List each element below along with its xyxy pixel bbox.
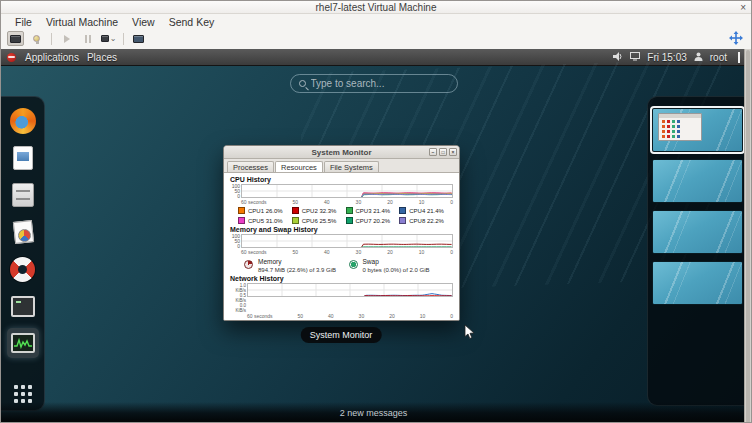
viewer-toolbar: ⌄ <box>1 30 751 49</box>
memory-y-axis: 100500 <box>230 234 241 249</box>
libreoffice-document-icon <box>13 146 33 170</box>
network-history-chart <box>247 283 453 297</box>
terminal-icon <box>11 296 35 317</box>
close-button[interactable]: × <box>449 148 457 156</box>
monitor-icon <box>10 35 21 43</box>
lifesaver-help-icon <box>10 257 35 282</box>
tab-processes[interactable]: Processes <box>227 161 274 172</box>
color-swatch <box>346 217 353 224</box>
memory-history-label: Memory and Swap History <box>230 226 453 233</box>
network-y-axis: 1.0 KiB/s0.5 KiB/s0.0 KiB/s <box>230 283 247 313</box>
vm-viewer-window: rhel7-latest Virtual Machine × File Virt… <box>0 0 752 423</box>
window-caption-pill: System Monitor <box>301 327 382 343</box>
vm-display: Applications Places Fri 15:03 root <box>1 49 746 423</box>
menu-virtual-machine[interactable]: Virtual Machine <box>39 15 125 29</box>
memory-x-axis: 60 seconds50403020100 <box>241 249 453 255</box>
search-bar[interactable] <box>290 74 458 93</box>
dock-item-documents[interactable] <box>7 217 39 247</box>
legend-item: CPU5 31.0% <box>238 217 292 224</box>
dock-item-help[interactable] <box>7 254 39 284</box>
scrollbar-thumb[interactable] <box>746 50 750 423</box>
search-icon <box>299 80 306 87</box>
color-swatch <box>399 217 406 224</box>
places-menu[interactable]: Places <box>83 52 121 63</box>
workspace-window-preview <box>658 113 702 141</box>
panel-edge-highlight <box>738 52 740 63</box>
play-icon <box>64 35 70 43</box>
memory-label: Memory <box>258 258 336 265</box>
chevron-down-icon: ⌄ <box>110 34 117 43</box>
workspace-thumbnail-2[interactable] <box>652 159 743 203</box>
system-monitor-window[interactable]: System Monitor – □ × Processes Resources… <box>223 145 460 321</box>
dock-item-terminal[interactable] <box>7 291 39 321</box>
workspace-thumbnail-1[interactable] <box>652 108 743 152</box>
legend-item: CPU1 26.0% <box>238 207 292 214</box>
toolbar-separator <box>51 33 52 45</box>
memory-detail: 894.7 MiB (22.6%) of 3.9 GiB <box>258 267 336 273</box>
color-swatch <box>238 217 245 224</box>
documents-icon <box>12 220 34 244</box>
swap-detail: 0 bytes (0.0%) of 2.0 GiB <box>363 267 430 273</box>
color-swatch <box>399 207 406 214</box>
color-swatch <box>292 207 299 214</box>
system-monitor-title: System Monitor <box>311 148 371 157</box>
tab-resources[interactable]: Resources <box>275 161 323 172</box>
color-swatch <box>292 217 299 224</box>
vertical-scrollbar[interactable] <box>744 49 751 423</box>
workspace-switcher <box>647 96 746 406</box>
memory-history-chart <box>241 234 453 248</box>
viewer-menubar: File Virtual Machine View Send Key <box>1 14 751 30</box>
menu-send-key[interactable]: Send Key <box>162 15 222 29</box>
cpu-legend: CPU1 26.0% CPU2 32.3% CPU3 21.4% CPU4 21… <box>238 207 453 224</box>
color-swatch <box>346 207 353 214</box>
message-tray[interactable]: 2 new messages <box>1 402 746 423</box>
show-applications-button[interactable] <box>14 385 32 403</box>
cpu-y-axis: 100500 <box>230 184 241 199</box>
legend-item: CPU7 20.2% <box>346 217 400 224</box>
pause-icon <box>85 35 91 43</box>
viewer-title: rhel7-latest Virtual Machine <box>316 2 437 13</box>
dock-item-firefox[interactable] <box>7 106 39 136</box>
legend-item: CPU4 21.4% <box>399 207 453 214</box>
console-display-button[interactable] <box>7 31 24 46</box>
shutdown-icon <box>101 35 109 42</box>
viewer-titlebar: rhel7-latest Virtual Machine × <box>1 1 751 14</box>
tray-message[interactable]: 2 new messages <box>340 408 408 418</box>
dock-item-libreoffice[interactable] <box>7 143 39 173</box>
workspace-thumbnail-4[interactable] <box>652 261 743 305</box>
search-input[interactable] <box>311 78 431 89</box>
lightbulb-icon <box>33 35 40 42</box>
maximize-button[interactable]: □ <box>439 148 447 156</box>
menu-view[interactable]: View <box>125 15 162 29</box>
shutdown-menu-button[interactable]: ⌄ <box>100 31 117 46</box>
screenshot-button[interactable] <box>130 31 147 46</box>
pause-button[interactable] <box>79 31 96 46</box>
dock-item-system-monitor[interactable] <box>7 328 39 358</box>
swap-dot-icon <box>349 260 358 269</box>
file-cabinet-icon <box>12 183 34 207</box>
memory-legend: Memory 894.7 MiB (22.6%) of 3.9 GiB Swap… <box>244 258 453 273</box>
dash-dock <box>1 96 45 411</box>
usb-light-button[interactable] <box>28 31 45 46</box>
workspace-thumbnail-3[interactable] <box>652 210 743 254</box>
close-icon[interactable]: × <box>740 1 746 14</box>
system-monitor-titlebar[interactable]: System Monitor – □ × <box>224 146 459 159</box>
applications-menu[interactable]: Applications <box>21 52 83 63</box>
firefox-icon <box>10 108 36 134</box>
system-monitor-icon <box>11 333 35 353</box>
pan-arrows-icon <box>729 31 743 49</box>
legend-item: CPU3 21.4% <box>346 207 400 214</box>
minimize-button[interactable]: – <box>429 148 437 156</box>
cpu-x-axis: 60 seconds50403020100 <box>241 199 453 205</box>
legend-item: CPU2 32.3% <box>292 207 346 214</box>
redhat-logo-icon <box>7 53 16 62</box>
run-button[interactable] <box>58 31 75 46</box>
color-swatch <box>238 207 245 214</box>
network-x-axis: 60 seconds50403020100 <box>247 313 453 319</box>
menu-file[interactable]: File <box>8 15 39 29</box>
mouse-cursor <box>464 324 475 344</box>
network-history-label: Network History <box>230 275 453 282</box>
dock-item-file-manager[interactable] <box>7 180 39 210</box>
volume-icon[interactable] <box>613 52 623 63</box>
tab-file-systems[interactable]: File Systems <box>324 161 379 172</box>
